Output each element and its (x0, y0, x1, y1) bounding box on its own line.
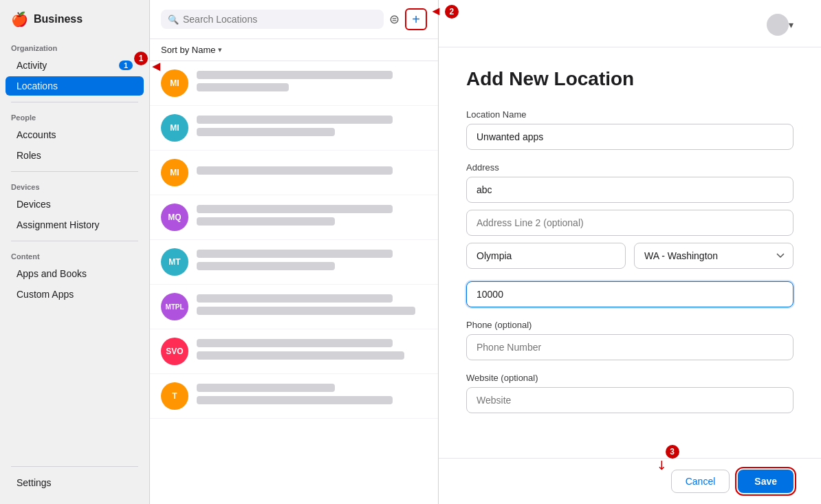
sidebar-item-label: Roles (17, 150, 41, 161)
sidebar-item-label: Devices (17, 199, 51, 210)
avatar: MTPL (161, 293, 188, 320)
sidebar-item-label: Locations (17, 80, 58, 91)
location-name-input[interactable] (466, 124, 793, 150)
phone-input[interactable] (466, 334, 793, 360)
list-item[interactable]: MT (150, 240, 438, 285)
avatar: MI (161, 69, 188, 97)
annotation-2: 2 (445, 5, 459, 19)
city-input[interactable] (466, 243, 626, 269)
city-state-row: WA - Washington (466, 243, 793, 269)
item-text (197, 294, 427, 319)
item-name-blur (197, 339, 393, 347)
activity-badge: 1 (119, 61, 133, 70)
list-item[interactable]: T (150, 374, 438, 419)
detail-header: ▾ (439, 0, 821, 47)
org-section-label: Organization (0, 39, 149, 55)
arrow-1: ◄ (149, 58, 163, 74)
item-sub-blur (197, 396, 393, 404)
list-header: 🔍 ⊜ + ◄ 2 (150, 0, 438, 39)
state-select[interactable]: WA - Washington (634, 243, 793, 269)
sidebar-item-settings[interactable]: Settings (6, 473, 144, 492)
item-name-blur (197, 71, 393, 79)
item-text (197, 339, 427, 364)
item-sub-blur (197, 262, 335, 270)
sidebar-item-label: Custom Apps (17, 289, 74, 300)
annotation-3: 3 (666, 445, 679, 459)
cancel-button[interactable]: Cancel (671, 470, 730, 493)
address-line1-input[interactable] (466, 177, 793, 203)
save-button[interactable]: Save (738, 470, 793, 493)
sidebar-item-activity[interactable]: Activity 1 1 ◄ (6, 56, 144, 75)
list-item[interactable]: MI (150, 106, 438, 151)
sidebar-item-apps-books[interactable]: Apps and Books (6, 264, 144, 283)
item-text (197, 384, 427, 408)
list-item[interactable]: SVO (150, 329, 438, 374)
chevron-down-icon: ▾ (218, 45, 222, 54)
sidebar-item-label: Apps and Books (17, 268, 87, 279)
sidebar-item-assignment-history[interactable]: Assignment History (6, 215, 144, 234)
app-logo: 🍎 Business (0, 11, 149, 39)
avatar: MI (161, 159, 188, 186)
avatar: SVO (161, 338, 188, 365)
sidebar-item-label: Accounts (17, 129, 56, 140)
sidebar-item-devices[interactable]: Devices (6, 195, 144, 214)
arrow-2-icon: ◄ (430, 4, 442, 19)
item-name-blur (197, 166, 393, 175)
sidebar-item-label: Settings (17, 477, 52, 488)
search-input[interactable] (183, 14, 377, 25)
list-item[interactable]: MTPL (150, 285, 438, 329)
avatar: MT (161, 248, 188, 276)
search-box: 🔍 (161, 10, 384, 29)
item-text (197, 116, 427, 140)
annotation-1: 1 (134, 52, 148, 65)
list-item[interactable]: MI (150, 61, 438, 106)
sort-bar: Sort by Name ▾ (150, 39, 438, 61)
zip-group (466, 281, 793, 307)
zip-input[interactable] (466, 281, 793, 307)
sidebar-item-custom-apps[interactable]: Custom Apps (6, 285, 144, 304)
apple-icon: 🍎 (11, 11, 28, 28)
item-sub-blur (197, 83, 289, 91)
page-title: Add New Location (466, 68, 793, 90)
sidebar-divider-3 (11, 241, 138, 241)
website-input[interactable] (466, 387, 793, 413)
item-text (197, 166, 427, 179)
item-name-blur (197, 205, 393, 213)
sidebar-item-locations[interactable]: Locations (6, 76, 144, 96)
address-line2-input[interactable] (466, 210, 793, 236)
detail-footer: ↘ 3 Cancel Save (439, 458, 821, 504)
filter-button[interactable]: ⊜ (389, 12, 399, 27)
item-name-blur (197, 116, 393, 124)
list-item[interactable]: MI (150, 151, 438, 195)
sidebar-divider-1 (11, 102, 138, 102)
arrow-3-icon: ↘ (653, 456, 670, 474)
avatar: MI (161, 114, 188, 142)
app-name: Business (34, 13, 83, 25)
phone-group: Phone (optional) (466, 320, 793, 360)
website-label: Website (optional) (466, 373, 793, 383)
add-location-button[interactable]: + (405, 8, 427, 30)
sidebar-divider-4 (11, 466, 138, 467)
sidebar-item-roles[interactable]: Roles (6, 146, 144, 165)
sidebar-divider-2 (11, 171, 138, 172)
item-text (197, 205, 427, 230)
sort-label[interactable]: Sort by Name (161, 45, 215, 55)
item-sub-blur (197, 128, 335, 136)
sidebar-item-label: Activity (17, 60, 47, 71)
address-label: Address (466, 162, 793, 173)
list-panel: 🔍 ⊜ + ◄ 2 Sort by Name ▾ MI MI (150, 0, 439, 504)
avatar: MQ (161, 204, 188, 231)
item-name-blur (197, 250, 393, 258)
chevron-down-icon[interactable]: ▾ (789, 19, 793, 30)
avatar: T (161, 382, 188, 410)
list-item[interactable]: MQ (150, 195, 438, 240)
website-group: Website (optional) (466, 373, 793, 413)
item-text (197, 71, 427, 96)
address-group: Address WA - Washington (466, 162, 793, 269)
sidebar-item-accounts[interactable]: Accounts (6, 125, 144, 144)
devices-section-label: Devices (0, 177, 149, 194)
item-sub-blur (197, 307, 415, 315)
item-name-blur (197, 384, 335, 392)
content-section-label: Content (0, 247, 149, 263)
user-avatar-button[interactable] (767, 14, 789, 36)
